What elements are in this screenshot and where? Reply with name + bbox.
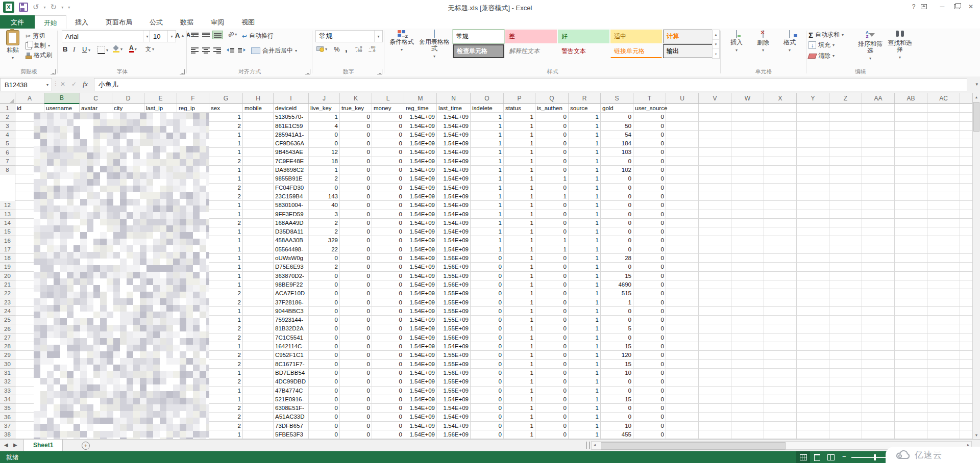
grid-cell[interactable]: 0 xyxy=(309,377,340,386)
grid-cell[interactable] xyxy=(666,174,699,183)
grid-cell[interactable] xyxy=(764,254,797,263)
grid-cell[interactable] xyxy=(666,201,699,210)
column-header-A[interactable]: A xyxy=(15,93,44,104)
grid-cell[interactable]: 9FF3ED59 xyxy=(274,210,309,219)
grid-cell[interactable]: 1 xyxy=(504,210,535,219)
grid-cell[interactable]: 1.54E+09 xyxy=(437,236,471,245)
grid-cell[interactable]: 1 xyxy=(504,131,535,139)
grid-cell[interactable] xyxy=(797,360,829,369)
grid-cell[interactable] xyxy=(829,360,862,369)
grid-cell[interactable]: 1 xyxy=(569,131,601,139)
grid-cell[interactable] xyxy=(927,413,960,421)
grid-cell[interactable]: 1642114C- xyxy=(274,342,309,351)
grid-cell[interactable] xyxy=(895,245,927,254)
grid-cell[interactable]: 1 xyxy=(504,245,535,254)
grid-cell[interactable]: 0 xyxy=(372,387,404,395)
grid-cell[interactable] xyxy=(731,148,764,157)
grid-cell[interactable]: 0 xyxy=(372,254,404,263)
grid-cell[interactable] xyxy=(862,192,895,201)
grid-cell[interactable]: 1.54E+09 xyxy=(404,280,437,289)
grid-cell[interactable]: A51AC33D xyxy=(274,413,309,421)
grid-cell[interactable]: 0 xyxy=(601,377,633,386)
grid-cell[interactable] xyxy=(797,413,829,421)
cell-style-explain[interactable]: 解释性文本 xyxy=(505,44,557,58)
grid-cell[interactable] xyxy=(862,263,895,271)
grid-cell[interactable] xyxy=(699,307,731,316)
grid-cell[interactable]: 0 xyxy=(535,254,569,263)
grid-cell[interactable]: 0 xyxy=(372,342,404,351)
cell-style-good[interactable]: 好 xyxy=(558,30,609,43)
grid-cell[interactable]: 0 xyxy=(372,184,404,192)
column-header-B[interactable]: B xyxy=(44,93,80,104)
grid-cell[interactable]: 28 xyxy=(601,254,633,263)
grid-cell[interactable]: 0 xyxy=(340,184,372,192)
grid-cell[interactable] xyxy=(666,157,699,166)
grid-cell[interactable]: 0 xyxy=(633,131,666,139)
grid-cell[interactable]: 0 xyxy=(340,342,372,351)
column-header-O[interactable]: O xyxy=(471,93,504,104)
grid-cell[interactable] xyxy=(731,263,764,271)
row-header-22[interactable]: 22 xyxy=(0,289,15,298)
grid-cell[interactable]: 0 xyxy=(309,369,340,377)
grid-cell[interactable]: 1.54E+09 xyxy=(404,219,437,227)
grid-cell[interactable] xyxy=(797,280,829,289)
grid-cell[interactable] xyxy=(862,351,895,359)
grid-cell[interactable]: 0 xyxy=(471,324,504,333)
grid-cell[interactable] xyxy=(243,369,274,377)
cell-style-output[interactable]: 输出 xyxy=(663,44,715,58)
grid-cell[interactable]: 1 xyxy=(209,139,243,148)
grid-cell[interactable] xyxy=(895,192,927,201)
grid-cell[interactable] xyxy=(862,324,895,333)
grid-cell[interactable]: 1.54E+09 xyxy=(437,113,471,121)
grid-cell[interactable]: 9855B91E xyxy=(274,174,309,183)
grid-cell[interactable] xyxy=(895,201,927,210)
grid-cell[interactable]: 0 xyxy=(601,413,633,421)
grid-cell[interactable]: 0 xyxy=(633,236,666,245)
grid-cell[interactable]: 2 xyxy=(209,289,243,298)
grid-cell[interactable] xyxy=(764,210,797,219)
grid-cell[interactable]: 2 xyxy=(309,174,340,183)
grid-cell[interactable]: 1 xyxy=(504,263,535,271)
grid-cell[interactable] xyxy=(699,430,731,439)
grid-cell[interactable]: 1 xyxy=(504,422,535,430)
grid-cell[interactable] xyxy=(666,227,699,236)
grid-cell[interactable]: 0 xyxy=(471,369,504,377)
grid-cell[interactable]: 1.54E+09 xyxy=(404,192,437,201)
grid-cell[interactable]: 1.54E+09 xyxy=(404,201,437,210)
grid-cell[interactable]: 0 xyxy=(309,272,340,280)
grid-cell[interactable] xyxy=(666,236,699,245)
grid-cell[interactable] xyxy=(699,272,731,280)
grid-cell[interactable]: 1.54E+09 xyxy=(437,139,471,148)
grid-cell[interactable]: 0 xyxy=(372,280,404,289)
grid-cell[interactable]: 1.54E+09 xyxy=(404,324,437,333)
percent-button[interactable]: % xyxy=(334,45,340,53)
grid-cell[interactable]: 0 xyxy=(633,219,666,227)
normal-view-button[interactable] xyxy=(796,451,810,463)
decrease-decimal-button[interactable]: .00→.0 xyxy=(369,46,376,53)
grid-cell[interactable]: 1 xyxy=(569,422,601,430)
grid-cell[interactable] xyxy=(764,316,797,324)
grid-cell[interactable]: 1 xyxy=(504,307,535,316)
grid-cell[interactable] xyxy=(666,272,699,280)
font-size-combo[interactable]: 10▾ xyxy=(150,30,176,42)
zoom-slider[interactable] xyxy=(851,457,888,458)
grid-cell[interactable] xyxy=(666,139,699,148)
grid-cell[interactable] xyxy=(731,166,764,174)
grid-cell[interactable]: 455 xyxy=(601,430,633,439)
grid-cell[interactable] xyxy=(764,289,797,298)
grid-cell[interactable]: 1 xyxy=(569,430,601,439)
grid-cell[interactable]: 1 xyxy=(504,395,535,404)
grid-cell[interactable] xyxy=(862,316,895,324)
grid-cell[interactable]: 1.54E+09 xyxy=(404,263,437,271)
grid-cell[interactable]: 37F28186- xyxy=(274,298,309,307)
grid-cell[interactable]: 0 xyxy=(340,351,372,359)
grid-cell[interactable] xyxy=(243,113,274,121)
horizontal-scroll-thumb[interactable] xyxy=(601,442,786,450)
grid-cell[interactable]: deviceid xyxy=(274,104,309,113)
grid-cell[interactable] xyxy=(829,422,862,430)
grid-cell[interactable] xyxy=(243,360,274,369)
grid-cell[interactable]: 22 xyxy=(309,245,340,254)
grid-cell[interactable] xyxy=(764,227,797,236)
grid-cell[interactable] xyxy=(699,298,731,307)
grid-cell[interactable] xyxy=(666,148,699,157)
